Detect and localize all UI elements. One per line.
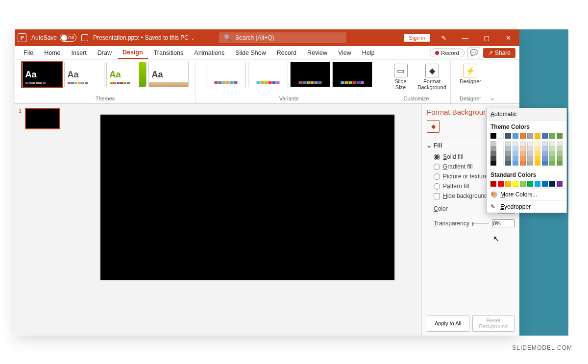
reset-background-button[interactable]: Reset Background — [472, 315, 515, 332]
color-swatch[interactable] — [505, 133, 511, 139]
color-swatch[interactable] — [535, 161, 540, 166]
color-swatch[interactable] — [498, 181, 504, 187]
pen-icon[interactable]: ✎ — [435, 34, 452, 42]
color-swatch[interactable] — [490, 161, 496, 166]
slide-thumbnail-1[interactable] — [25, 108, 60, 129]
color-swatch[interactable] — [505, 151, 511, 156]
slide-canvas[interactable] — [100, 115, 394, 280]
color-swatch[interactable] — [527, 151, 533, 156]
color-swatch[interactable] — [542, 181, 548, 187]
color-swatch[interactable] — [549, 146, 555, 151]
tab-review[interactable]: Review — [302, 48, 332, 58]
color-swatch[interactable] — [535, 156, 540, 161]
color-swatch[interactable] — [505, 146, 511, 151]
color-swatch[interactable] — [505, 161, 511, 166]
color-swatch[interactable] — [498, 141, 504, 146]
tab-home[interactable]: Home — [39, 48, 65, 58]
autosave-switch[interactable]: Off — [60, 34, 76, 42]
color-swatch[interactable] — [557, 133, 563, 139]
record-button[interactable]: Record — [430, 49, 465, 57]
color-swatch[interactable] — [557, 141, 563, 146]
color-swatch[interactable] — [557, 156, 563, 161]
color-swatch[interactable] — [520, 141, 526, 146]
color-swatch[interactable] — [527, 156, 533, 161]
color-swatch[interactable] — [549, 161, 555, 166]
color-swatch[interactable] — [542, 151, 548, 156]
color-swatch[interactable] — [542, 146, 548, 151]
color-swatch[interactable] — [535, 181, 540, 187]
apply-to-all-button[interactable]: Apply to All — [427, 315, 469, 332]
color-swatch[interactable] — [490, 151, 496, 156]
color-swatch[interactable] — [527, 141, 533, 146]
variant-thumb-2[interactable] — [248, 62, 288, 87]
format-background-button[interactable]: ◆ Format Background — [417, 62, 447, 90]
paint-bucket-icon[interactable]: ◆ — [427, 120, 440, 133]
save-icon[interactable] — [81, 34, 88, 41]
theme-thumb-2[interactable]: Aa — [64, 62, 104, 87]
color-swatch[interactable] — [542, 161, 548, 166]
color-swatch[interactable] — [498, 151, 504, 156]
color-swatch[interactable] — [498, 161, 504, 166]
color-swatch[interactable] — [535, 141, 540, 146]
color-swatch[interactable] — [549, 156, 555, 161]
color-swatch[interactable] — [557, 161, 563, 166]
color-swatch[interactable] — [549, 133, 555, 139]
color-swatch[interactable] — [549, 181, 555, 187]
color-swatch[interactable] — [505, 181, 511, 187]
color-swatch[interactable] — [527, 133, 533, 139]
eyedropper-option[interactable]: ✎Eyedropper — [487, 200, 566, 213]
color-swatch[interactable] — [505, 141, 511, 146]
color-swatch[interactable] — [520, 146, 526, 151]
comments-button[interactable]: 💬 — [467, 48, 480, 58]
color-swatch[interactable] — [542, 141, 548, 146]
color-swatch[interactable] — [520, 161, 526, 166]
tab-record[interactable]: Record — [272, 48, 301, 58]
color-swatch[interactable] — [520, 151, 526, 156]
color-swatch[interactable] — [490, 133, 496, 139]
color-swatch[interactable] — [520, 181, 526, 187]
document-title[interactable]: Presentation.pptx • Saved to this PC ⌄ — [93, 34, 195, 41]
variant-thumb-1[interactable] — [206, 62, 246, 87]
share-button[interactable]: ↗Share — [483, 48, 515, 58]
tab-view[interactable]: View — [333, 48, 356, 58]
tab-slideshow[interactable]: Slide Show — [230, 48, 271, 58]
color-swatch[interactable] — [535, 151, 540, 156]
color-swatch[interactable] — [498, 156, 504, 161]
color-swatch[interactable] — [527, 146, 533, 151]
color-swatch[interactable] — [513, 141, 518, 146]
tab-transitions[interactable]: Transitions — [149, 48, 189, 58]
color-swatch[interactable] — [490, 181, 496, 187]
color-swatch[interactable] — [557, 181, 563, 187]
tab-help[interactable]: Help — [357, 48, 380, 58]
more-colors-option[interactable]: 🎨More Colors... — [487, 188, 566, 200]
color-swatch[interactable] — [513, 151, 518, 156]
search-input[interactable]: 🔍 Search (Alt+Q) — [219, 32, 346, 43]
sign-in-button[interactable]: Sign in — [404, 34, 430, 42]
color-swatch[interactable] — [490, 141, 496, 146]
maximize-button[interactable]: ▢ — [478, 34, 495, 42]
color-swatch[interactable] — [542, 156, 548, 161]
variant-thumb-3[interactable] — [290, 62, 330, 87]
theme-thumb-4[interactable]: Aa — [148, 62, 189, 87]
transparency-input[interactable] — [492, 219, 514, 227]
designer-button[interactable]: ⚡ Designer — [456, 62, 485, 84]
slide-size-button[interactable]: ▭ Slide Size — [386, 62, 416, 90]
color-swatch[interactable] — [513, 146, 518, 151]
color-swatch[interactable] — [557, 151, 563, 156]
minimize-button[interactable]: — — [457, 34, 473, 42]
color-swatch[interactable] — [520, 156, 526, 161]
color-swatch[interactable] — [549, 151, 555, 156]
autosave-toggle[interactable]: AutoSave Off — [31, 34, 76, 42]
color-swatch[interactable] — [513, 181, 518, 187]
color-swatch[interactable] — [490, 146, 496, 151]
tab-animations[interactable]: Animations — [189, 48, 229, 58]
color-swatch[interactable] — [520, 133, 526, 139]
color-swatch[interactable] — [513, 161, 518, 166]
color-automatic[interactable]: Automatic — [487, 108, 566, 121]
color-swatch[interactable] — [527, 161, 533, 166]
ribbon-collapse-icon[interactable]: ⌄ — [490, 95, 500, 103]
color-swatch[interactable] — [505, 156, 511, 161]
color-swatch[interactable] — [557, 146, 563, 151]
color-swatch[interactable] — [498, 133, 504, 139]
tab-file[interactable]: File — [19, 48, 38, 58]
